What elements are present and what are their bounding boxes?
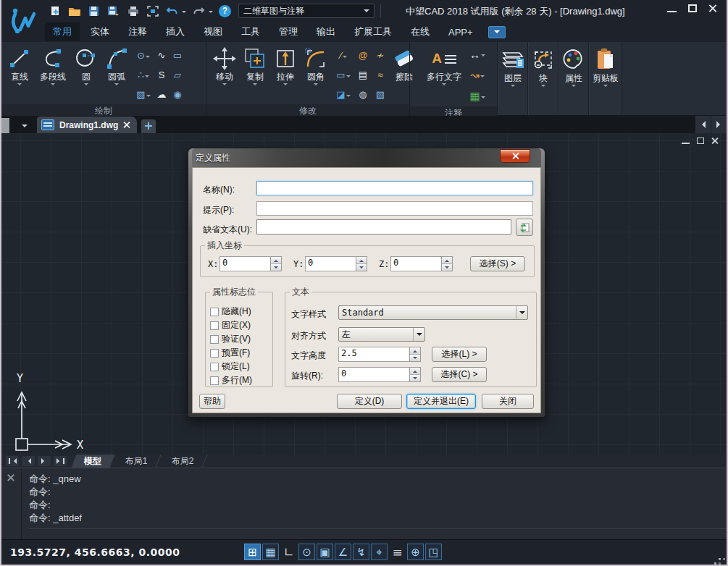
- region-icon[interactable]: ▱: [170, 69, 185, 80]
- properties-button[interactable]: 属性: [558, 42, 589, 115]
- text-height-spinner[interactable]: [409, 347, 421, 362]
- pick-point-button[interactable]: 选择(S) >: [470, 256, 525, 271]
- snap-lightning-icon[interactable]: ↯: [353, 544, 369, 560]
- mtext-button[interactable]: A 多行文字: [422, 44, 466, 88]
- line-button[interactable]: 直线: [4, 44, 35, 88]
- define-button[interactable]: 定义(D): [337, 394, 402, 409]
- preset-checkbox[interactable]: 预置(F): [210, 347, 250, 359]
- dialog-close-action-button[interactable]: 关闭: [482, 394, 534, 409]
- ribbon-overflow-button[interactable]: [488, 26, 506, 38]
- block-button[interactable]: 块: [528, 42, 558, 115]
- snap-toggle-icon[interactable]: ⊞: [244, 544, 261, 560]
- layout-tab-layout2[interactable]: 布局2: [159, 455, 207, 468]
- mdi-close-button[interactable]: [711, 138, 718, 144]
- undo-icon[interactable]: [165, 4, 179, 17]
- rectangle-icon[interactable]: ▭: [170, 50, 185, 61]
- otrack-toggle-icon[interactable]: ∠: [335, 544, 351, 560]
- prev-layout-icon[interactable]: [22, 456, 35, 466]
- new-tab-button[interactable]: [141, 119, 156, 133]
- lineweight-icon[interactable]: ≡: [389, 544, 406, 560]
- command-input-line[interactable]: [29, 528, 727, 538]
- ribbon-tab-solid[interactable]: 实体: [83, 22, 117, 41]
- ribbon-tab-online[interactable]: 在线: [403, 22, 438, 41]
- viewport-icon[interactable]: ◳: [425, 544, 442, 560]
- pick-height-button[interactable]: 选择(L) >: [432, 347, 487, 362]
- ribbon-tab-manage[interactable]: 管理: [271, 22, 306, 41]
- verify-checkbox[interactable]: 验证(V): [210, 333, 251, 345]
- squares-icon[interactable]: ◪: [332, 89, 354, 100]
- offset-icon[interactable]: @: [354, 50, 372, 61]
- preview-icon[interactable]: [146, 4, 159, 17]
- pencil-line-icon[interactable]: ≁: [372, 50, 389, 61]
- text-style-combobox[interactable]: Standard: [338, 305, 528, 320]
- x-spinner[interactable]: [270, 256, 282, 271]
- new-icon[interactable]: [48, 4, 62, 17]
- pick-rotation-button[interactable]: 选择(C) >: [432, 367, 487, 382]
- save-icon[interactable]: [87, 4, 101, 17]
- close-button[interactable]: [708, 4, 716, 12]
- donut-icon[interactable]: ◉: [170, 89, 185, 100]
- last-layout-icon[interactable]: [54, 456, 67, 466]
- ribbon-tab-output[interactable]: 输出: [309, 22, 343, 41]
- dialog-close-button[interactable]: [500, 149, 530, 163]
- y-input[interactable]: 0: [305, 256, 367, 271]
- redo-dropdown-caret[interactable]: [209, 11, 213, 15]
- save-as-icon[interactable]: [106, 4, 120, 17]
- revcloud-icon[interactable]: ☁: [154, 89, 170, 100]
- polyline-button[interactable]: 多段线: [35, 44, 71, 88]
- text-height-input[interactable]: 2.5: [338, 347, 421, 362]
- open-icon[interactable]: [67, 4, 81, 17]
- point-star-icon[interactable]: ◍: [354, 89, 372, 100]
- hidden-checkbox[interactable]: 隐藏(H): [210, 305, 251, 318]
- rotation-spinner[interactable]: [409, 367, 421, 382]
- justify-combobox[interactable]: 左: [338, 327, 425, 342]
- scroll-left-icon[interactable]: [695, 116, 711, 133]
- multi-point-icon[interactable]: ∴: [133, 69, 154, 80]
- next-layout-icon[interactable]: [38, 456, 51, 466]
- default-text-input[interactable]: [256, 219, 511, 235]
- z-spinner[interactable]: [441, 256, 453, 271]
- x-input[interactable]: 0: [219, 256, 282, 271]
- doc-tab-menu-button[interactable]: [18, 119, 31, 133]
- prompt-input[interactable]: [256, 201, 533, 216]
- command-close-icon[interactable]: [7, 474, 14, 481]
- z-input[interactable]: 0: [390, 256, 453, 271]
- table-icon[interactable]: ▦: [469, 90, 485, 103]
- leader-icon[interactable]: ↝: [469, 69, 485, 82]
- lock-checkbox[interactable]: 锁定(L): [210, 360, 250, 373]
- print-icon[interactable]: [126, 4, 140, 17]
- first-layout-icon[interactable]: [6, 456, 19, 466]
- workspace-dropdown[interactable]: 二维草图与注释: [238, 4, 375, 18]
- drawing-canvas[interactable]: Y X 定义属性 名称(N): 提示(P): 缺省文本(U): 插入坐标: [1, 133, 727, 455]
- hatch-edit-icon[interactable]: ▨: [372, 89, 389, 100]
- mdi-minimize-button[interactable]: [682, 138, 690, 144]
- hatch-icon[interactable]: ▨: [133, 89, 154, 100]
- fillet-button[interactable]: 圆角: [301, 44, 331, 88]
- ortho-toggle-icon[interactable]: ∟: [280, 544, 297, 560]
- y-spinner[interactable]: [356, 256, 367, 271]
- help-icon[interactable]: ?: [219, 5, 231, 17]
- arc-button[interactable]: 圆弧: [101, 44, 132, 88]
- move-button[interactable]: 移动: [209, 44, 240, 88]
- ribbon-tab-express[interactable]: 扩展工具: [346, 22, 400, 41]
- dyn-ucs-icon[interactable]: ⊕: [407, 544, 424, 560]
- spline-icon[interactable]: ∿: [154, 50, 170, 61]
- constant-checkbox[interactable]: 固定(X): [210, 319, 251, 331]
- mdi-restore-button[interactable]: [697, 138, 704, 144]
- dashed-rect-icon[interactable]: ▭: [332, 69, 354, 80]
- stretch-button[interactable]: 拉伸: [270, 44, 301, 88]
- polar-toggle-icon[interactable]: ⊙: [298, 544, 315, 560]
- insert-field-button[interactable]: [516, 219, 533, 236]
- ribbon-tab-view[interactable]: 视图: [196, 22, 230, 41]
- document-tab[interactable]: Drawing1.dwg: [37, 117, 137, 133]
- ribbon-tab-insert[interactable]: 插入: [158, 22, 193, 41]
- dialog-titlebar[interactable]: 定义属性: [192, 148, 541, 167]
- dyn-input-icon[interactable]: ⌖: [371, 544, 388, 560]
- name-input[interactable]: [256, 181, 533, 195]
- resize-grip[interactable]: [719, 558, 721, 560]
- rotation-input[interactable]: 0: [338, 367, 421, 382]
- undo-dropdown-caret[interactable]: [182, 11, 186, 15]
- ribbon-tab-home[interactable]: 常用: [45, 22, 80, 41]
- panel-handle[interactable]: [1, 118, 9, 133]
- maximize-button[interactable]: [688, 4, 697, 12]
